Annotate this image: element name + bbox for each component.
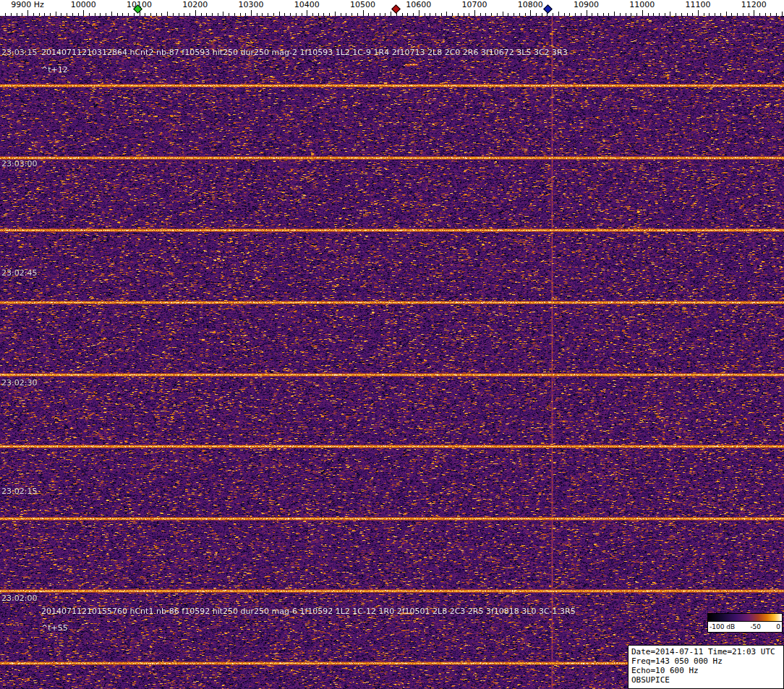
info-station-line: OBSUPICE [631,675,780,685]
ruler-frequency-label: 11200 [741,1,767,9]
info-date-line: Date=2014-07-11 Time=21:03 UTC [631,647,780,656]
info-box: Date=2014-07-11 Time=21:03 UTC Freq=143 … [628,645,784,689]
ruler-tick [251,10,252,16]
ruler-frequency-label: 10200 [182,1,208,9]
ruler-tick [195,10,196,16]
ruler-frequency-label: 10800 [518,1,543,9]
ruler-tick [587,10,587,16]
ruler-tick [530,10,531,16]
ruler-frequency-label: 10500 [350,1,375,9]
ruler-frequency-label: 11100 [686,1,711,9]
ruler-tick [474,10,475,16]
db-scale-legend: -100 dB -50 0 [707,613,783,633]
ruler-marker-blue-diamond[interactable] [543,4,553,14]
db-min-label: -100 dB [710,623,735,630]
spectrogram-canvas [0,16,784,689]
db-max-label: 0 [776,623,780,630]
ruler-tick [307,10,307,16]
ruler-tick [83,10,84,16]
info-echo-line: Echo=10 600 Hz [631,666,780,675]
ruler-frequency-label: 10900 [574,1,599,9]
db-mid-label: -50 [750,623,761,630]
frequency-ruler: 9900 Hz100001010010200103001040010500106… [0,0,784,16]
meteor-spectrogram-app: 9900 Hz100001010010200103001040010500106… [0,0,784,689]
db-scale-labels: -100 dB -50 0 [707,622,783,633]
ruler-tick [27,10,28,16]
ruler-frequency-label: 10400 [294,1,320,9]
ruler-tick [754,10,754,16]
ruler-frequency-label: 11000 [629,1,655,9]
ruler-frequency-label: 10300 [239,1,264,9]
ruler-marker-red-diamond[interactable] [391,4,401,14]
ruler-tick [363,10,364,16]
ruler-frequency-label: 10000 [71,1,96,9]
info-freq-line: Freq=143 050 000 Hz [631,656,780,666]
ruler-frequency-label: 10700 [462,1,487,9]
ruler-tick [698,10,699,16]
ruler-frequency-label: 9900 Hz [11,1,44,9]
db-gradient-bar [707,613,783,622]
ruler-tick [419,10,419,16]
ruler-tick [642,10,643,16]
ruler-frequency-label: 10600 [406,1,431,9]
